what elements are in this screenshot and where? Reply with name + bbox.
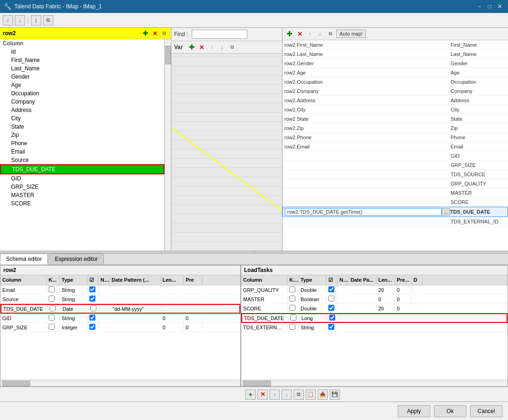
tds-due-date-right-schema-row[interactable]: TDS_DUE_DATE Long [241, 313, 508, 323]
list-item[interactable]: Address [0, 106, 164, 114]
list-item[interactable]: First_Name [0, 56, 164, 64]
list-item[interactable]: GID [0, 174, 164, 183]
list-item[interactable]: GRP_SIZE [0, 183, 164, 191]
var-down-button[interactable]: ↓ [218, 43, 226, 51]
schema-row[interactable]: GRP_QUALITY Double 20 0 [241, 285, 508, 295]
ok-button[interactable]: Ok [434, 405, 466, 417]
schema-row[interactable]: MASTER Boolean 0 0 [241, 295, 508, 304]
output-row[interactable]: GID [282, 151, 508, 161]
schema-row[interactable]: SCORE Double 20 0 [241, 304, 508, 313]
schema-row[interactable]: TDS_EXTERNAL_ID String [241, 323, 508, 332]
output-row[interactable]: row2.State State [282, 114, 508, 124]
output-name: Occupation [451, 79, 506, 85]
copy-panel-button[interactable]: ⧉ [160, 29, 168, 37]
tds-expression-input[interactable] [285, 208, 442, 216]
list-item[interactable]: Age [0, 81, 164, 89]
output-expr: row2.Email [284, 144, 451, 149]
schema-cell-type: Integer [60, 324, 88, 331]
schema-left-hscroll[interactable] [0, 380, 240, 386]
schema-paste-button[interactable]: 📋 [306, 389, 316, 400]
add-column-button[interactable]: ✚ [141, 29, 150, 37]
add-output-button[interactable]: ✚ [285, 30, 294, 38]
schema-remove-button[interactable]: ✕ [257, 389, 268, 400]
schema-row[interactable]: Email String [0, 285, 240, 295]
output-row[interactable]: row2.Occupation Occupation [282, 77, 508, 86]
up-arrow-button[interactable]: ↑ [3, 15, 13, 25]
list-item[interactable]: State [0, 123, 164, 131]
list-item[interactable]: Id [0, 48, 164, 56]
list-item[interactable]: City [0, 114, 164, 123]
output-row[interactable]: row2.Address Address [282, 96, 508, 105]
pipe-button[interactable]: | [31, 15, 41, 25]
tab-schema-editor[interactable]: Schema editor [0, 253, 48, 265]
list-item[interactable]: Gender [0, 73, 164, 81]
output-name: First_Name [451, 42, 506, 48]
schema-row[interactable]: Source String [0, 295, 240, 304]
list-item[interactable]: Source [0, 156, 164, 164]
output-row[interactable]: TDS_SOURCE [282, 170, 508, 179]
output-row[interactable]: row2.City City [282, 105, 508, 114]
list-item[interactable]: MASTER [0, 191, 164, 199]
output-name: TDS_DUE_DATE [450, 209, 506, 215]
list-item[interactable]: Zip [0, 131, 164, 139]
schema-cell-check [88, 295, 99, 303]
output-row[interactable]: row2.Phone Phone [282, 133, 508, 142]
output-row[interactable]: row2.Company Company [282, 86, 508, 96]
list-item[interactable]: SCORE [0, 199, 164, 208]
list-item[interactable]: Email [0, 148, 164, 156]
schema-row[interactable]: GRP_SIZE Integer 0 0 [0, 323, 240, 332]
schema-row[interactable]: GID String 0 0 [0, 314, 240, 323]
output-copy-button[interactable]: ⧉ [326, 30, 334, 38]
apply-button[interactable]: Apply [398, 405, 430, 417]
var-bar: Var ✚ ✕ ↑ ↓ ⧉ [171, 41, 282, 54]
remove-column-button[interactable]: ✕ [151, 29, 159, 37]
automap-button[interactable]: Auto map! [336, 30, 366, 38]
output-row[interactable]: row2.Gender Gender [282, 59, 508, 68]
output-row[interactable]: row2.Email Email [282, 142, 508, 151]
var-up-button[interactable]: ↑ [208, 43, 216, 51]
list-item[interactable]: Occupation [0, 89, 164, 98]
schema-import-button[interactable]: 📥 [318, 389, 328, 400]
output-down-button[interactable]: ↓ [316, 30, 324, 38]
tds-due-date-schema-row[interactable]: TDS_DUE_DATE Date "dd-MM-yyyy" [0, 304, 240, 314]
schema-export-button[interactable]: 💾 [330, 389, 340, 400]
output-row[interactable]: row2.First_Name First_Name [282, 40, 508, 49]
close-button[interactable]: ✕ [495, 2, 504, 11]
expression-browse-button[interactable]: ... [442, 208, 450, 216]
output-up-button[interactable]: ↑ [306, 30, 314, 38]
output-row[interactable]: MASTER [282, 188, 508, 198]
schema-right-hscroll[interactable] [241, 380, 508, 386]
find-input[interactable] [192, 30, 247, 39]
output-row[interactable]: GRP_SIZE [282, 161, 508, 170]
tds-due-date-item[interactable]: TDS_DUE_DATE [0, 164, 164, 174]
schema-header: Column K... Type ☑ N... Date Pattern (..… [0, 275, 240, 285]
output-row[interactable]: SCORE [282, 198, 508, 207]
output-row[interactable]: TDS_EXTERNAL_ID [282, 217, 508, 226]
list-item[interactable]: Last_Name [0, 64, 164, 73]
schema-cell-pre [184, 299, 202, 300]
schema-copy-button[interactable]: ⧉ [294, 389, 304, 400]
left-scrollbar[interactable] [164, 39, 171, 251]
down-arrow-button[interactable]: ↓ [15, 15, 25, 25]
maximize-button[interactable]: □ [485, 2, 494, 11]
list-item[interactable]: Phone [0, 139, 164, 148]
col-header-len: Len... [376, 276, 395, 284]
cancel-button[interactable]: Cancel [470, 405, 502, 417]
schema-add-button[interactable]: + [245, 389, 256, 400]
schema-down-button[interactable]: ↓ [282, 389, 292, 400]
var-copy-button[interactable]: ⧉ [228, 43, 237, 51]
tab-expression-editor[interactable]: Expression editor [49, 253, 104, 265]
list-item[interactable]: Company [0, 98, 164, 106]
minimize-button[interactable]: − [475, 2, 484, 11]
copy-button[interactable]: ⧉ [43, 15, 53, 25]
remove-output-button[interactable]: ✕ [295, 30, 304, 38]
add-var-button[interactable]: ✚ [188, 43, 196, 51]
schema-up-button[interactable]: ↑ [270, 389, 280, 400]
output-row[interactable]: GRP_QUALITY [282, 179, 508, 188]
output-row[interactable]: row2.Last_Name Last_Name [282, 49, 508, 59]
output-row[interactable]: row2.Age Age [282, 68, 508, 77]
remove-var-button[interactable]: ✕ [198, 43, 206, 51]
output-row[interactable]: row2.Zip Zip [282, 124, 508, 133]
tds-due-date-output-row[interactable]: ... TDS_DUE_DATE [282, 207, 508, 217]
schema-cell-date [110, 327, 161, 328]
